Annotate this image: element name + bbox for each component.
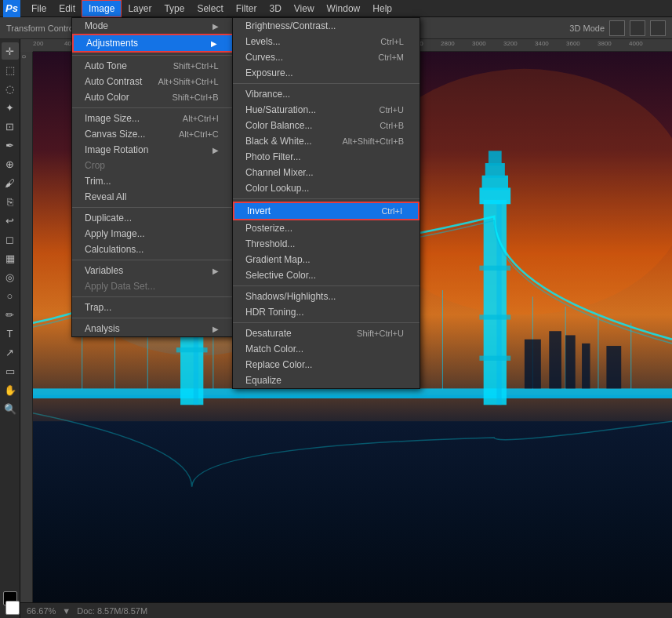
menu-crop-label: Crop xyxy=(85,160,105,171)
menu-layer[interactable]: Layer xyxy=(122,0,158,17)
3d-mode-label: 3D Mode xyxy=(569,24,605,33)
menu-canvas-size[interactable]: Canvas Size... Alt+Ctrl+C xyxy=(72,126,234,142)
menu-filter[interactable]: Filter xyxy=(230,0,263,17)
menu-select[interactable]: Select xyxy=(191,0,229,17)
svg-rect-5 xyxy=(33,395,672,398)
adj-color-lookup[interactable]: Color Lookup... xyxy=(233,180,420,196)
menu-auto-tone[interactable]: Auto Tone Shift+Ctrl+L xyxy=(72,58,234,74)
menu-variables-arrow: ▶ xyxy=(212,267,219,275)
adj-sep-2 xyxy=(233,198,420,199)
brush-tool[interactable]: 🖌 xyxy=(2,174,19,191)
svg-rect-16 xyxy=(496,200,501,405)
adj-color-balance[interactable]: Color Balance... Ctrl+B xyxy=(233,118,420,133)
svg-rect-1 xyxy=(33,421,672,602)
menu-file[interactable]: File xyxy=(25,0,53,17)
adj-brightness-contrast[interactable]: Brightness/Contrast... xyxy=(233,18,420,34)
adj-selective-color-label: Selective Color... xyxy=(245,270,316,281)
zoom-tool[interactable]: 🔍 xyxy=(2,400,19,417)
history-brush-tool[interactable]: ↩ xyxy=(2,212,19,229)
menu-mode[interactable]: Mode ▶ xyxy=(72,18,234,34)
menu-apply-data-set: Apply Data Set... xyxy=(72,278,234,294)
adj-match-color[interactable]: Match Color... xyxy=(233,341,420,357)
menu-image-rotation-label: Image Rotation xyxy=(85,144,148,155)
menu-auto-color[interactable]: Auto Color Shift+Ctrl+B xyxy=(72,89,234,105)
adj-desaturate[interactable]: Desaturate Shift+Ctrl+U xyxy=(233,325,420,341)
adj-vibrance[interactable]: Vibrance... xyxy=(233,86,420,102)
menu-auto-contrast[interactable]: Auto Contrast Alt+Shift+Ctrl+L xyxy=(72,74,234,89)
menu-3d[interactable]: 3D xyxy=(263,0,287,17)
adj-color-lookup-label: Color Lookup... xyxy=(245,183,309,194)
selection-tool[interactable]: ⬚ xyxy=(2,61,19,78)
clone-tool[interactable]: ⎘ xyxy=(2,193,19,210)
adj-selective-color[interactable]: Selective Color... xyxy=(233,267,420,283)
menu-edit[interactable]: Edit xyxy=(53,0,82,17)
eyedropper-tool[interactable]: ✒ xyxy=(2,136,19,154)
type-tool[interactable]: T xyxy=(2,325,19,342)
toolbar-3d-3[interactable] xyxy=(650,20,666,36)
pen-tool[interactable]: ✏ xyxy=(2,306,19,323)
gradient-tool[interactable]: ▦ xyxy=(2,249,19,267)
menu-canvas-size-shortcut: Alt+Ctrl+C xyxy=(179,129,219,139)
menu-image-size[interactable]: Image Size... Alt+Ctrl+I xyxy=(72,111,234,126)
svg-rect-23 xyxy=(479,356,510,361)
blur-tool[interactable]: ◎ xyxy=(2,268,19,285)
crop-tool[interactable]: ⊡ xyxy=(2,118,19,135)
menu-image[interactable]: Image xyxy=(82,0,122,17)
menu-calculations[interactable]: Calculations... xyxy=(72,242,234,257)
menu-analysis[interactable]: Analysis ▶ xyxy=(72,321,234,336)
shape-tool[interactable]: ▭ xyxy=(2,362,19,380)
menu-help[interactable]: Help xyxy=(366,0,398,17)
path-select-tool[interactable]: ↗ xyxy=(2,344,19,361)
adj-black-white-label: Black & White... xyxy=(245,136,312,147)
adj-photo-filter[interactable]: Photo Filter... xyxy=(233,149,420,165)
magic-wand-tool[interactable]: ✦ xyxy=(2,99,19,116)
adj-gradient-map[interactable]: Gradient Map... xyxy=(233,252,420,267)
hand-tool[interactable]: ✋ xyxy=(2,381,19,398)
menu-auto-color-shortcut: Shift+Ctrl+B xyxy=(172,93,218,102)
menu-trap[interactable]: Trap... xyxy=(72,300,234,315)
background-color[interactable] xyxy=(5,601,20,615)
menu-crop: Crop xyxy=(72,158,234,173)
menu-adjustments[interactable]: Adjustments ▶ xyxy=(72,34,234,53)
adj-black-white[interactable]: Black & White... Alt+Shift+Ctrl+B xyxy=(233,133,420,149)
menu-apply-image-label: Apply Image... xyxy=(85,228,145,239)
menu-type[interactable]: Type xyxy=(158,0,191,17)
v-ruler: 0 xyxy=(20,52,33,602)
menu-image-rotation[interactable]: Image Rotation ▶ xyxy=(72,142,234,158)
toolbar-3d-1[interactable] xyxy=(609,20,625,36)
adj-levels[interactable]: Levels... Ctrl+L xyxy=(233,34,420,49)
adj-equalize[interactable]: Equalize xyxy=(233,373,420,388)
healing-tool[interactable]: ⊕ xyxy=(2,155,19,173)
adj-channel-mixer[interactable]: Channel Mixer... xyxy=(233,165,420,180)
adj-hue-saturation[interactable]: Hue/Saturation... Ctrl+U xyxy=(233,102,420,118)
adj-hdr-toning[interactable]: HDR Toning... xyxy=(233,304,420,320)
adj-hue-saturation-label: Hue/Saturation... xyxy=(245,104,316,115)
adj-replace-color[interactable]: Replace Color... xyxy=(233,357,420,373)
adj-threshold[interactable]: Threshold... xyxy=(233,236,420,252)
svg-rect-39 xyxy=(525,340,541,389)
menu-apply-image[interactable]: Apply Image... xyxy=(72,226,234,242)
menu-trim[interactable]: Trim... xyxy=(72,173,234,189)
menu-reveal-all[interactable]: Reveal All xyxy=(72,189,234,205)
adj-posterize[interactable]: Posterize... xyxy=(233,220,420,236)
adj-shadows-highlights[interactable]: Shadows/Highlights... xyxy=(233,289,420,304)
dodge-tool[interactable]: ○ xyxy=(2,287,19,304)
menu-view[interactable]: View xyxy=(288,0,321,17)
menu-duplicate-label: Duplicate... xyxy=(85,213,132,224)
menu-auto-tone-shortcut: Shift+Ctrl+L xyxy=(173,61,219,71)
adj-invert[interactable]: Invert Ctrl+I xyxy=(233,202,420,220)
menu-window[interactable]: Window xyxy=(321,0,367,17)
menu-apply-data-set-label: Apply Data Set... xyxy=(85,281,155,292)
lasso-tool[interactable]: ◌ xyxy=(2,80,19,97)
menu-variables[interactable]: Variables ▶ xyxy=(72,263,234,278)
adj-exposure[interactable]: Exposure... xyxy=(233,65,420,81)
menu-trim-label: Trim... xyxy=(85,176,111,187)
statusbar: 66.67% ▼ Doc: 8.57M/8.57M xyxy=(20,602,672,618)
toolbar-3d-2[interactable] xyxy=(630,20,645,36)
adj-curves[interactable]: Curves... Ctrl+M xyxy=(233,49,420,65)
menu-duplicate[interactable]: Duplicate... xyxy=(72,210,234,226)
move-tool[interactable]: ✛ xyxy=(2,42,19,60)
eraser-tool[interactable]: ◻ xyxy=(2,231,19,248)
svg-rect-42 xyxy=(582,344,590,388)
menu-sep-4 xyxy=(72,260,234,260)
